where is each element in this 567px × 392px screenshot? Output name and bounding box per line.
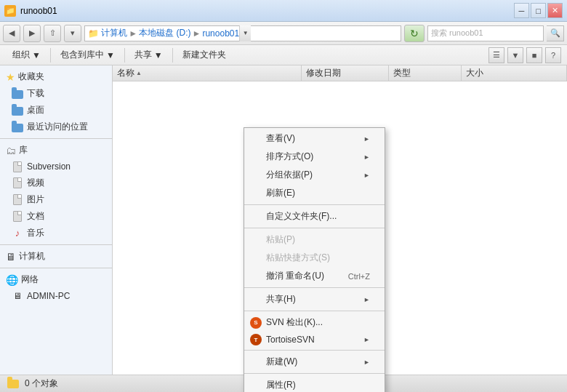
include-lib-button[interactable]: 包含到库中 ▼	[54, 47, 121, 63]
breadcrumb-folder[interactable]: runoob01	[202, 28, 239, 39]
ctx-item-sort[interactable]: 排序方式(O) ►	[244, 148, 385, 166]
new-folder-button[interactable]: 新建文件夹	[176, 47, 233, 63]
ctx-sep-6	[244, 373, 385, 374]
view-dropdown-button[interactable]: ▼	[507, 47, 523, 63]
secondary-toolbar: 组织 ▼ 包含到库中 ▼ 共享 ▼ 新建文件夹 ☰ ▼ ■ ?	[0, 45, 567, 65]
column-name[interactable]: 名称 ▲	[113, 65, 302, 81]
maximize-button[interactable]: □	[531, 3, 546, 18]
sort-arrow-name: ▲	[136, 70, 142, 76]
back-button[interactable]: ◀	[3, 25, 20, 42]
search-placeholder: 搜索 runoob01	[431, 28, 483, 39]
downloads-folder-icon	[12, 88, 23, 100]
sidebar-item-video[interactable]: 视频	[0, 175, 112, 191]
ctx-sep-3	[244, 287, 385, 288]
toolbar-separator-1	[50, 48, 51, 63]
desktop-folder-icon	[12, 105, 23, 116]
ctx-item-tortoisesvn[interactable]: T TortoiseSVN ►	[244, 332, 385, 348]
favorites-group: ★ 收藏夹 下载 桌面 最近访问的位置	[0, 68, 112, 135]
view-toggle-button[interactable]: ☰	[488, 47, 504, 63]
ctx-arrow-share: ►	[363, 296, 370, 303]
ctx-item-new[interactable]: 新建(W) ►	[244, 353, 385, 371]
ctx-arrow-tortoise: ►	[363, 336, 370, 343]
ctx-sep-2	[244, 228, 385, 228]
title-bar-left: 📁 runoob01	[4, 5, 57, 17]
ctx-item-refresh[interactable]: 刷新(E)	[244, 184, 385, 202]
sidebar-item-music[interactable]: ♪ 音乐	[0, 225, 112, 241]
minimize-button[interactable]: ─	[514, 3, 529, 18]
help-button[interactable]: ?	[545, 47, 561, 63]
music-icon: ♪	[12, 228, 23, 239]
network-header[interactable]: 🌐 网络	[0, 271, 112, 288]
sidebar-item-documents[interactable]: 文档	[0, 208, 112, 225]
ctx-sep-1	[244, 204, 385, 205]
ctx-item-group[interactable]: 分组依据(P) ►	[244, 166, 385, 184]
star-icon: ★	[6, 71, 15, 83]
ctx-item-view[interactable]: 查看(V) ►	[244, 129, 385, 148]
view-controls: ☰ ▼ ■ ?	[488, 47, 561, 63]
documents-icon	[12, 211, 23, 223]
context-menu: 查看(V) ► 排序方式(O) ► 分组依据(P) ► 刷新(E) 自定义文件夹…	[244, 127, 385, 392]
column-headers: 名称 ▲ 修改日期 类型 大小	[113, 65, 567, 81]
network-group: 🌐 网络 🖥 ADMIN-PC	[0, 271, 112, 304]
computer-header[interactable]: 🖥 计算机	[0, 248, 112, 265]
ctx-sep-5	[244, 350, 385, 351]
window-title: runoob01	[20, 6, 57, 16]
ctx-item-paste: 粘贴(P)	[244, 231, 385, 249]
address-bar[interactable]: 📁 计算机 ► 本地磁盘 (D:) ► runoob01 ▼	[84, 25, 401, 41]
breadcrumb-icon: 📁	[88, 28, 99, 39]
ctx-arrow-new: ►	[363, 359, 370, 366]
network-icon: 🌐	[6, 274, 18, 286]
status-folder-icon	[7, 380, 19, 388]
up-button[interactable]: ⇧	[44, 25, 61, 42]
window-icon: 📁	[4, 5, 16, 17]
ctx-arrow-view: ►	[363, 135, 370, 143]
ctx-arrow-sort: ►	[363, 153, 370, 161]
address-toolbar: ◀ ▶ ⇧ ▾ 📁 计算机 ► 本地磁盘 (D:) ► runoob01 ▼ ↻…	[0, 22, 567, 45]
forward-button[interactable]: ▶	[23, 25, 41, 42]
ctx-shortcut-undo: Ctrl+Z	[348, 272, 370, 281]
pictures-icon	[12, 194, 23, 206]
subversion-icon	[12, 161, 23, 172]
sidebar-item-subversion[interactable]: Subversion	[0, 159, 112, 175]
sidebar-item-admin-pc[interactable]: 🖥 ADMIN-PC	[0, 288, 112, 304]
library-group: 🗂 库 Subversion 视频 图片 文档 ♪ 音乐	[0, 142, 112, 241]
ctx-item-undo-rename[interactable]: 撤消 重命名(U) Ctrl+Z	[244, 267, 385, 285]
favorites-header[interactable]: ★ 收藏夹	[0, 68, 112, 85]
title-controls: ─ □ ✕	[514, 3, 563, 18]
computer-group: 🖥 计算机	[0, 248, 112, 265]
breadcrumb-disk[interactable]: 本地磁盘 (D:)	[139, 27, 190, 39]
ctx-item-properties[interactable]: 属性(R)	[244, 376, 385, 392]
sidebar-item-recent[interactable]: 最近访问的位置	[0, 119, 112, 135]
sidebar-item-desktop[interactable]: 桌面	[0, 102, 112, 119]
ctx-item-paste-shortcut: 粘贴快捷方式(S)	[244, 249, 385, 267]
toolbar-separator-3	[172, 48, 173, 63]
share-button[interactable]: 共享 ▼	[128, 47, 169, 63]
sidebar-divider-2	[0, 244, 112, 245]
breadcrumb-computer[interactable]: 计算机	[101, 27, 127, 39]
address-dropdown[interactable]: ▼	[239, 25, 251, 41]
toolbar-separator-2	[124, 48, 125, 63]
column-date[interactable]: 修改日期	[302, 65, 389, 81]
ctx-item-custom-folder[interactable]: 自定义文件夹(F)...	[244, 207, 385, 225]
sidebar-item-downloads[interactable]: 下载	[0, 85, 112, 102]
computer-icon: 🖥	[6, 251, 16, 263]
ctx-item-share[interactable]: 共享(H) ►	[244, 290, 385, 308]
sidebar: ★ 收藏夹 下载 桌面 最近访问的位置 🗂 库	[0, 65, 113, 375]
organize-button[interactable]: 组织 ▼	[6, 47, 47, 63]
sidebar-divider-1	[0, 138, 112, 139]
refresh-button[interactable]: ↻	[404, 25, 425, 42]
search-button[interactable]: 🔍	[547, 25, 564, 41]
svn-icon: S	[250, 317, 262, 329]
sidebar-item-pictures[interactable]: 图片	[0, 191, 112, 208]
column-type[interactable]: 类型	[389, 65, 462, 81]
close-button[interactable]: ✕	[547, 3, 563, 18]
recent-button[interactable]: ▾	[64, 25, 81, 42]
library-icon: 🗂	[6, 145, 16, 156]
sidebar-divider-3	[0, 268, 112, 268]
preview-pane-button[interactable]: ■	[526, 47, 542, 63]
search-input[interactable]: 搜索 runoob01	[427, 25, 544, 41]
column-size[interactable]: 大小	[462, 65, 567, 81]
pc-icon: 🖥	[12, 290, 23, 302]
ctx-item-svn-checkout[interactable]: S SVN 检出(K)...	[244, 313, 385, 332]
library-header[interactable]: 🗂 库	[0, 142, 112, 159]
